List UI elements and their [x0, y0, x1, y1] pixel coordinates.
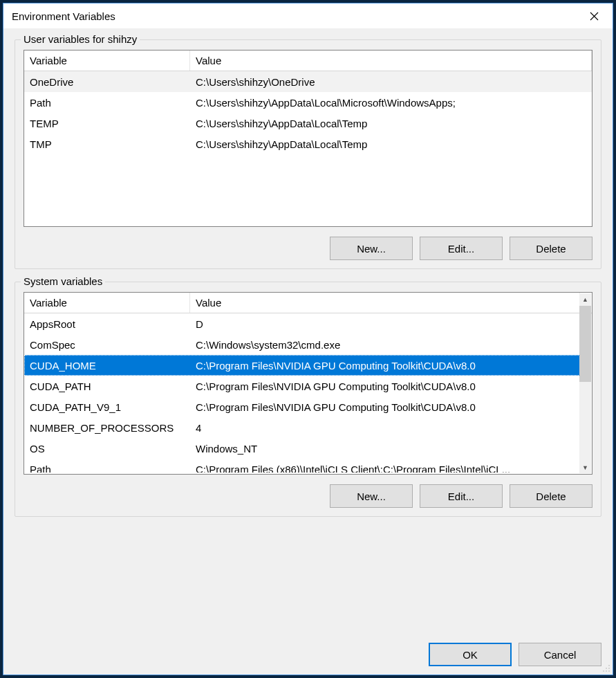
user-new-button[interactable]: New...: [330, 237, 413, 260]
close-button[interactable]: [579, 6, 608, 26]
dialog-buttons: OK Cancel: [15, 636, 601, 666]
cell-value: C:\Program Files (x86)\Intel\iCLS Client…: [190, 464, 580, 473]
column-variable[interactable]: Variable: [24, 51, 190, 71]
cell-variable: NUMBER_OF_PROCESSORS: [24, 422, 190, 434]
svg-point-2: [608, 668, 610, 669]
cancel-button[interactable]: Cancel: [519, 643, 601, 666]
cell-value: C:\Program Files\NVIDIA GPU Computing To…: [190, 381, 580, 392]
table-row[interactable]: TEMPC:\Users\shihzy\AppData\Local\Temp: [24, 113, 592, 134]
cell-value: C:\Users\shihzy\AppData\Local\Microsoft\…: [190, 97, 592, 109]
user-variables-list[interactable]: Variable Value OneDriveC:\Users\shihzy\O…: [24, 50, 592, 227]
table-row[interactable]: CUDA_PATH_V9_1C:\Program Files\NVIDIA GP…: [24, 396, 580, 417]
svg-point-3: [603, 670, 604, 672]
cell-variable: CUDA_PATH_V9_1: [24, 401, 190, 413]
cell-variable: TEMP: [24, 118, 190, 129]
ok-button[interactable]: OK: [429, 643, 512, 666]
cell-value: 4: [190, 422, 580, 434]
table-row[interactable]: TMPC:\Users\shihzy\AppData\Local\Temp: [24, 134, 592, 154]
cell-variable: OneDrive: [24, 76, 190, 88]
user-variables-group: User variables for shihzy Variable Value…: [15, 39, 601, 269]
table-row[interactable]: CUDA_HOMEC:\Program Files\NVIDIA GPU Com…: [24, 355, 580, 376]
titlebar: Environment Variables: [3, 3, 613, 28]
system-variables-group: System variables Variable Value AppsRoot…: [15, 282, 601, 517]
dialog-content: User variables for shihzy Variable Value…: [3, 28, 613, 675]
cell-variable: OS: [24, 443, 190, 455]
list-body: OneDriveC:\Users\shihzy\OneDrivePathC:\U…: [24, 71, 592, 154]
cell-value: C:\Program Files\NVIDIA GPU Computing To…: [190, 401, 580, 413]
window-title: Environment Variables: [12, 10, 115, 22]
cell-variable: CUDA_PATH: [24, 381, 190, 392]
scroll-thumb[interactable]: [579, 306, 591, 382]
column-value[interactable]: Value: [190, 51, 592, 71]
scrollbar[interactable]: ▲ ▼: [579, 293, 591, 473]
resize-grip-icon[interactable]: [601, 663, 610, 672]
cell-variable: Path: [24, 464, 190, 473]
table-row[interactable]: ComSpecC:\Windows\system32\cmd.exe: [24, 334, 580, 355]
scroll-up-icon[interactable]: ▲: [579, 293, 591, 305]
list-body: AppsRootDComSpecC:\Windows\system32\cmd.…: [24, 313, 592, 473]
cell-value: D: [190, 318, 580, 330]
table-row[interactable]: OneDriveC:\Users\shihzy\OneDrive: [24, 71, 592, 92]
system-delete-button[interactable]: Delete: [510, 484, 592, 508]
table-row[interactable]: PathC:\Program Files (x86)\Intel\iCLS Cl…: [24, 459, 580, 473]
cell-variable: CUDA_HOME: [24, 360, 190, 372]
svg-point-4: [606, 670, 607, 672]
svg-point-0: [608, 665, 610, 666]
cell-value: C:\Windows\system32\cmd.exe: [190, 339, 580, 351]
user-buttons: New... Edit... Delete: [24, 237, 592, 260]
column-value[interactable]: Value: [190, 293, 580, 313]
list-header: Variable Value: [24, 293, 592, 313]
table-row[interactable]: PathC:\Users\shihzy\AppData\Local\Micros…: [24, 92, 592, 113]
cell-value: C:\Program Files\NVIDIA GPU Computing To…: [190, 360, 580, 372]
table-row[interactable]: NUMBER_OF_PROCESSORS4: [24, 417, 580, 438]
environment-variables-dialog: Environment Variables User variables for…: [3, 3, 613, 675]
system-buttons: New... Edit... Delete: [24, 484, 592, 508]
system-variables-list[interactable]: Variable Value AppsRootDComSpecC:\Window…: [24, 292, 592, 475]
cell-value: Windows_NT: [190, 443, 580, 455]
svg-point-1: [606, 668, 607, 669]
user-variables-label: User variables for shihzy: [21, 33, 140, 45]
cell-variable: TMP: [24, 138, 190, 150]
cell-value: C:\Users\shihzy\OneDrive: [190, 76, 592, 88]
table-row[interactable]: AppsRootD: [24, 313, 580, 334]
cell-variable: AppsRoot: [24, 318, 190, 330]
list-header: Variable Value: [24, 51, 592, 71]
scroll-down-icon[interactable]: ▼: [579, 461, 591, 473]
table-row[interactable]: OSWindows_NT: [24, 438, 580, 459]
cell-variable: Path: [24, 97, 190, 109]
system-new-button[interactable]: New...: [330, 484, 413, 508]
user-delete-button[interactable]: Delete: [510, 237, 592, 260]
user-edit-button[interactable]: Edit...: [420, 237, 503, 260]
cell-value: C:\Users\shihzy\AppData\Local\Temp: [190, 138, 592, 150]
cell-variable: ComSpec: [24, 339, 190, 351]
system-edit-button[interactable]: Edit...: [420, 484, 503, 508]
close-icon: [590, 12, 599, 21]
column-variable[interactable]: Variable: [24, 293, 190, 313]
system-variables-label: System variables: [21, 275, 105, 287]
svg-point-5: [608, 670, 610, 672]
cell-value: C:\Users\shihzy\AppData\Local\Temp: [190, 118, 592, 129]
table-row[interactable]: CUDA_PATHC:\Program Files\NVIDIA GPU Com…: [24, 376, 580, 396]
